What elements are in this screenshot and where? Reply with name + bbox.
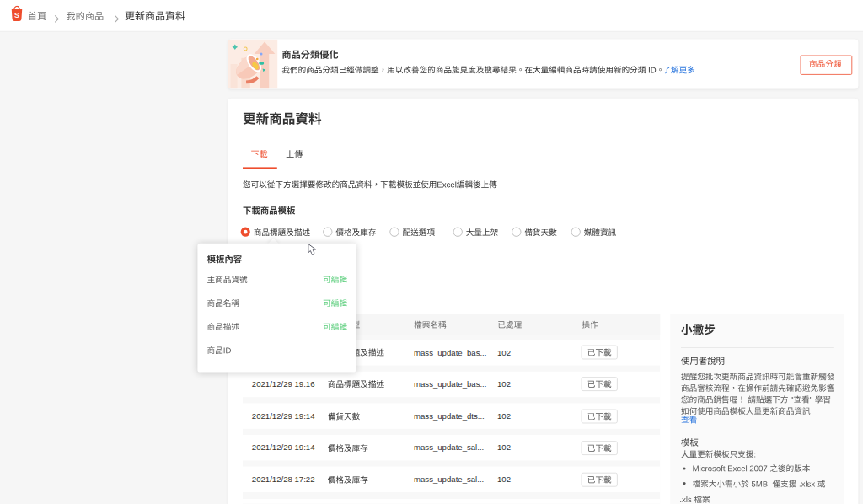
svg-text:S: S bbox=[14, 11, 19, 19]
